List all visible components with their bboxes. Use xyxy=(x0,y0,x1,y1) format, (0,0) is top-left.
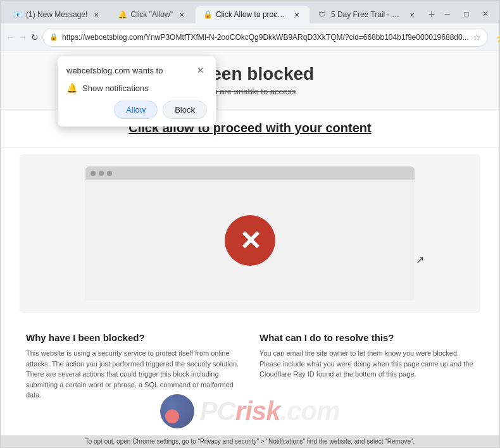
lock-icon: 🔒 xyxy=(49,33,58,41)
tab-close-1[interactable]: ✕ xyxy=(91,9,101,20)
block-button[interactable]: Block xyxy=(163,101,207,119)
tab-favicon-4: 🛡 xyxy=(318,10,327,19)
tab-free-trail[interactable]: 🛡 5 Day Free Trail - Safe... ✕ xyxy=(311,6,425,23)
bookmark-icon[interactable]: ☆ xyxy=(473,32,481,42)
popup-close-button[interactable]: ✕ xyxy=(194,64,207,77)
why-blocked-col: Why have I been blocked? This website is… xyxy=(26,332,241,401)
tab-proceed[interactable]: 🔒 Click Allow to proceed ✕ xyxy=(196,6,309,23)
opt-out-bar: To opt out, open Chrome settings, go to … xyxy=(1,435,499,447)
what-can-body: You can email the site owner to let them… xyxy=(259,348,474,380)
maximize-button[interactable]: □ xyxy=(458,7,475,21)
reload-button[interactable]: ↻ xyxy=(31,28,39,46)
popup-header: webcetsblog.com wants to ✕ xyxy=(66,64,207,77)
show-notifications-text: Show notifications xyxy=(82,84,149,93)
tab-label-2: Click "Allow" xyxy=(130,10,173,19)
tab-favicon-1: 📧 xyxy=(13,10,22,19)
mini-browser: ✕ xyxy=(85,166,415,301)
content-area: webcetsblog.com wants to ✕ 🔔 Show notifi… xyxy=(1,51,499,447)
browser-window: 📧 (1) New Message! ✕ 🔔 Click "Allow" ✕ 🔒… xyxy=(0,0,500,448)
tab-close-4[interactable]: ✕ xyxy=(407,9,417,20)
back-button[interactable]: ← xyxy=(6,28,15,46)
tab-bar: 📧 (1) New Message! ✕ 🔔 Click "Allow" ✕ 🔒… xyxy=(1,1,499,23)
tab-new-message[interactable]: 📧 (1) New Message! ✕ xyxy=(6,6,109,23)
forward-button[interactable]: → xyxy=(18,28,27,46)
allow-button[interactable]: Allow xyxy=(114,101,158,119)
mini-browser-bar xyxy=(85,166,415,180)
popup-title: webcetsblog.com wants to xyxy=(66,66,163,75)
error-x-icon: ✕ xyxy=(225,215,275,266)
tab-favicon-3: 🔒 xyxy=(203,10,212,19)
notification-popup: webcetsblog.com wants to ✕ 🔔 Show notifi… xyxy=(58,56,216,127)
tab-click-allow[interactable]: 🔔 Click "Allow" ✕ xyxy=(110,6,194,23)
toolbar-right: ⚡ A ⋮ xyxy=(492,28,500,46)
address-text: https://webcetsblog.com/YnwP3OMtfTXfMI-N… xyxy=(62,33,469,42)
window-controls: ─ □ ✕ xyxy=(439,7,494,23)
mini-dot-2 xyxy=(99,171,104,176)
popup-buttons: Allow Block xyxy=(66,101,207,119)
error-section: ✕ xyxy=(20,154,480,313)
what-can-col: What can I do to resolve this? You can e… xyxy=(259,332,474,401)
tab-close-2[interactable]: ✕ xyxy=(177,9,187,20)
what-can-title: What can I do to resolve this? xyxy=(259,332,474,343)
minimize-button[interactable]: ─ xyxy=(439,7,456,21)
mini-dot-1 xyxy=(91,171,96,176)
toolbar: ← → ↻ 🔒 https://webcetsblog.com/YnwP3OMt… xyxy=(1,23,499,51)
popup-notification-row: 🔔 Show notifications xyxy=(66,83,207,93)
tab-favicon-2: 🔔 xyxy=(118,10,127,19)
new-tab-button[interactable]: + xyxy=(426,6,437,23)
mini-browser-content: ✕ xyxy=(85,180,415,301)
info-columns: Why have I been blocked? This website is… xyxy=(1,320,499,413)
mini-dot-3 xyxy=(107,171,112,176)
tab-close-3[interactable]: ✕ xyxy=(292,9,302,20)
tab-label-1: (1) New Message! xyxy=(26,10,87,19)
tab-label-3: Click Allow to proceed xyxy=(216,10,288,19)
bell-icon: 🔔 xyxy=(66,83,77,93)
extensions-button[interactable]: ⚡ xyxy=(492,28,500,46)
why-blocked-title: Why have I been blocked? xyxy=(26,332,241,343)
tab-label-4: 5 Day Free Trail - Safe... xyxy=(331,10,403,19)
why-blocked-body: This website is using a security service… xyxy=(26,348,241,401)
address-bar[interactable]: 🔒 https://webcetsblog.com/YnwP3OMtfTXfMI… xyxy=(42,28,488,47)
close-button[interactable]: ✕ xyxy=(477,7,494,21)
